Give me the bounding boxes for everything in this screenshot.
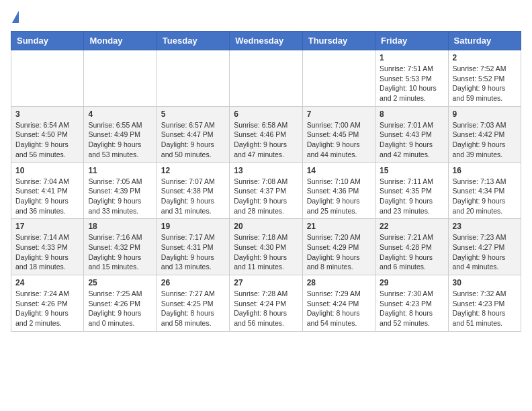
- day-info: Sunrise: 7:52 AM Sunset: 5:52 PM Dayligh…: [453, 64, 517, 103]
- day-number: 16: [453, 166, 517, 175]
- day-info: Sunrise: 7:16 AM Sunset: 4:32 PM Dayligh…: [88, 232, 152, 272]
- day-info: Sunrise: 7:00 AM Sunset: 4:45 PM Dayligh…: [307, 120, 371, 160]
- calendar-cell: 3Sunrise: 6:54 AM Sunset: 4:50 PM Daylig…: [11, 106, 84, 163]
- day-info: Sunrise: 7:32 AM Sunset: 4:23 PM Dayligh…: [453, 289, 517, 328]
- day-info: Sunrise: 7:20 AM Sunset: 4:29 PM Dayligh…: [307, 232, 371, 272]
- calendar-cell: 1Sunrise: 7:51 AM Sunset: 5:53 PM Daylig…: [375, 50, 448, 107]
- calendar-header-row: SundayMondayTuesdayWednesdayThursdayFrid…: [11, 32, 521, 50]
- calendar-cell: 30Sunrise: 7:32 AM Sunset: 4:23 PM Dayli…: [448, 275, 521, 332]
- day-info: Sunrise: 7:08 AM Sunset: 4:37 PM Dayligh…: [234, 177, 298, 216]
- calendar-table: SundayMondayTuesdayWednesdayThursdayFrid…: [11, 31, 521, 332]
- day-number: 23: [453, 222, 517, 231]
- calendar-cell: 2Sunrise: 7:52 AM Sunset: 5:52 PM Daylig…: [448, 50, 521, 107]
- column-header-wednesday: Wednesday: [230, 32, 302, 50]
- day-number: 18: [88, 222, 152, 231]
- calendar-cell: 28Sunrise: 7:29 AM Sunset: 4:24 PM Dayli…: [302, 275, 375, 332]
- day-number: 7: [307, 109, 371, 119]
- calendar-week-3: 10Sunrise: 7:04 AM Sunset: 4:41 PM Dayli…: [11, 163, 521, 219]
- column-header-tuesday: Tuesday: [157, 32, 229, 50]
- day-info: Sunrise: 7:01 AM Sunset: 4:43 PM Dayligh…: [380, 120, 443, 160]
- day-number: 9: [453, 109, 517, 119]
- day-number: 22: [380, 222, 443, 231]
- calendar-cell: [11, 50, 84, 107]
- day-info: Sunrise: 7:29 AM Sunset: 4:24 PM Dayligh…: [307, 289, 371, 328]
- column-header-sunday: Sunday: [11, 32, 84, 50]
- day-info: Sunrise: 7:07 AM Sunset: 4:38 PM Dayligh…: [161, 177, 225, 216]
- day-number: 11: [88, 166, 152, 175]
- day-number: 2: [453, 53, 517, 62]
- day-number: 26: [161, 278, 225, 287]
- day-info: Sunrise: 7:10 AM Sunset: 4:36 PM Dayligh…: [307, 177, 371, 216]
- calendar-cell: 9Sunrise: 7:03 AM Sunset: 4:42 PM Daylig…: [448, 106, 521, 163]
- day-number: 20: [234, 222, 298, 231]
- day-info: Sunrise: 7:14 AM Sunset: 4:33 PM Dayligh…: [15, 232, 79, 272]
- logo: [11, 11, 19, 23]
- calendar-cell: 23Sunrise: 7:23 AM Sunset: 4:27 PM Dayli…: [448, 219, 521, 275]
- calendar-cell: [84, 50, 157, 107]
- day-info: Sunrise: 7:04 AM Sunset: 4:41 PM Dayligh…: [15, 177, 79, 216]
- column-header-saturday: Saturday: [448, 32, 521, 50]
- day-number: 28: [307, 278, 371, 287]
- column-header-monday: Monday: [84, 32, 157, 50]
- logo-triangle-icon: [12, 11, 19, 23]
- calendar-cell: 20Sunrise: 7:18 AM Sunset: 4:30 PM Dayli…: [230, 219, 302, 275]
- column-header-thursday: Thursday: [302, 32, 375, 50]
- day-number: 25: [88, 278, 152, 287]
- day-info: Sunrise: 6:57 AM Sunset: 4:47 PM Dayligh…: [161, 120, 225, 160]
- calendar-cell: 14Sunrise: 7:10 AM Sunset: 4:36 PM Dayli…: [302, 163, 375, 219]
- day-info: Sunrise: 7:13 AM Sunset: 4:34 PM Dayligh…: [453, 177, 517, 216]
- day-info: Sunrise: 7:11 AM Sunset: 4:35 PM Dayligh…: [380, 177, 443, 216]
- day-info: Sunrise: 7:51 AM Sunset: 5:53 PM Dayligh…: [380, 64, 443, 103]
- calendar-cell: [157, 50, 229, 107]
- page-header: [11, 11, 521, 23]
- calendar-cell: 18Sunrise: 7:16 AM Sunset: 4:32 PM Dayli…: [84, 219, 157, 275]
- day-number: 12: [161, 166, 225, 175]
- day-info: Sunrise: 6:55 AM Sunset: 4:49 PM Dayligh…: [88, 120, 152, 160]
- day-number: 29: [380, 278, 443, 287]
- calendar-cell: 16Sunrise: 7:13 AM Sunset: 4:34 PM Dayli…: [448, 163, 521, 219]
- calendar-cell: 7Sunrise: 7:00 AM Sunset: 4:45 PM Daylig…: [302, 106, 375, 163]
- day-info: Sunrise: 7:24 AM Sunset: 4:26 PM Dayligh…: [15, 289, 79, 328]
- day-info: Sunrise: 7:28 AM Sunset: 4:24 PM Dayligh…: [234, 289, 298, 328]
- calendar-cell: 27Sunrise: 7:28 AM Sunset: 4:24 PM Dayli…: [230, 275, 302, 332]
- day-number: 24: [15, 278, 79, 287]
- calendar-cell: 10Sunrise: 7:04 AM Sunset: 4:41 PM Dayli…: [11, 163, 84, 219]
- calendar-cell: 4Sunrise: 6:55 AM Sunset: 4:49 PM Daylig…: [84, 106, 157, 163]
- day-info: Sunrise: 7:27 AM Sunset: 4:25 PM Dayligh…: [161, 289, 225, 328]
- day-info: Sunrise: 7:23 AM Sunset: 4:27 PM Dayligh…: [453, 232, 517, 272]
- day-number: 21: [307, 222, 371, 231]
- day-number: 30: [453, 278, 517, 287]
- calendar-week-4: 17Sunrise: 7:14 AM Sunset: 4:33 PM Dayli…: [11, 219, 521, 275]
- calendar-cell: 11Sunrise: 7:05 AM Sunset: 4:39 PM Dayli…: [84, 163, 157, 219]
- day-info: Sunrise: 7:25 AM Sunset: 4:26 PM Dayligh…: [88, 289, 152, 328]
- calendar-cell: 22Sunrise: 7:21 AM Sunset: 4:28 PM Dayli…: [375, 219, 448, 275]
- day-number: 13: [234, 166, 298, 175]
- calendar-week-2: 3Sunrise: 6:54 AM Sunset: 4:50 PM Daylig…: [11, 106, 521, 163]
- calendar-cell: 21Sunrise: 7:20 AM Sunset: 4:29 PM Dayli…: [302, 219, 375, 275]
- day-number: 10: [15, 166, 79, 175]
- calendar-cell: 6Sunrise: 6:58 AM Sunset: 4:46 PM Daylig…: [230, 106, 302, 163]
- calendar-cell: 5Sunrise: 6:57 AM Sunset: 4:47 PM Daylig…: [157, 106, 229, 163]
- calendar-cell: 13Sunrise: 7:08 AM Sunset: 4:37 PM Dayli…: [230, 163, 302, 219]
- calendar-week-5: 24Sunrise: 7:24 AM Sunset: 4:26 PM Dayli…: [11, 275, 521, 332]
- calendar-cell: 26Sunrise: 7:27 AM Sunset: 4:25 PM Dayli…: [157, 275, 229, 332]
- column-header-friday: Friday: [375, 32, 448, 50]
- day-info: Sunrise: 7:30 AM Sunset: 4:23 PM Dayligh…: [380, 289, 443, 328]
- calendar-cell: 29Sunrise: 7:30 AM Sunset: 4:23 PM Dayli…: [375, 275, 448, 332]
- day-info: Sunrise: 7:03 AM Sunset: 4:42 PM Dayligh…: [453, 120, 517, 160]
- calendar-cell: 25Sunrise: 7:25 AM Sunset: 4:26 PM Dayli…: [84, 275, 157, 332]
- day-info: Sunrise: 7:21 AM Sunset: 4:28 PM Dayligh…: [380, 232, 443, 272]
- day-info: Sunrise: 7:18 AM Sunset: 4:30 PM Dayligh…: [234, 232, 298, 272]
- calendar-cell: 24Sunrise: 7:24 AM Sunset: 4:26 PM Dayli…: [11, 275, 84, 332]
- day-number: 6: [234, 109, 298, 119]
- calendar-cell: [302, 50, 375, 107]
- calendar-cell: 12Sunrise: 7:07 AM Sunset: 4:38 PM Dayli…: [157, 163, 229, 219]
- day-number: 4: [88, 109, 152, 119]
- day-info: Sunrise: 7:17 AM Sunset: 4:31 PM Dayligh…: [161, 232, 225, 272]
- day-number: 27: [234, 278, 298, 287]
- day-info: Sunrise: 6:58 AM Sunset: 4:46 PM Dayligh…: [234, 120, 298, 160]
- calendar-cell: 19Sunrise: 7:17 AM Sunset: 4:31 PM Dayli…: [157, 219, 229, 275]
- calendar-cell: 17Sunrise: 7:14 AM Sunset: 4:33 PM Dayli…: [11, 219, 84, 275]
- calendar-week-1: 1Sunrise: 7:51 AM Sunset: 5:53 PM Daylig…: [11, 50, 521, 107]
- day-number: 8: [380, 109, 443, 119]
